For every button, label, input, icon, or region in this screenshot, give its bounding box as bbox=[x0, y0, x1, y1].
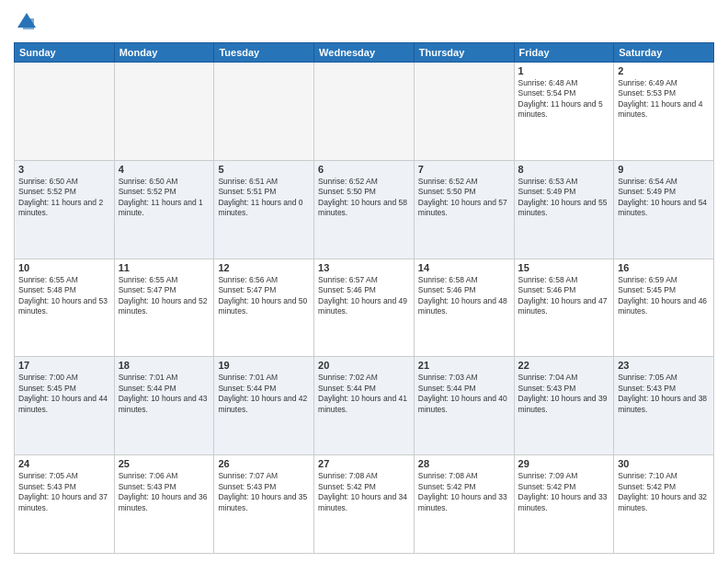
calendar-cell: 28Sunrise: 7:08 AMSunset: 5:42 PMDayligh… bbox=[414, 455, 514, 554]
day-number: 20 bbox=[318, 360, 410, 371]
weekday-header-thursday: Thursday bbox=[414, 43, 514, 63]
weekday-header-monday: Monday bbox=[114, 43, 214, 63]
day-number: 15 bbox=[518, 262, 610, 273]
day-number: 29 bbox=[518, 458, 610, 469]
calendar-cell: 25Sunrise: 7:06 AMSunset: 5:43 PMDayligh… bbox=[114, 455, 214, 554]
day-info: Sunrise: 7:05 AMSunset: 5:43 PMDaylight:… bbox=[618, 373, 710, 415]
day-number: 21 bbox=[418, 360, 510, 371]
day-number: 30 bbox=[618, 458, 710, 469]
weekday-header-wednesday: Wednesday bbox=[314, 43, 415, 63]
weekday-header-sunday: Sunday bbox=[15, 43, 115, 63]
calendar-cell: 19Sunrise: 7:01 AMSunset: 5:44 PMDayligh… bbox=[214, 357, 314, 455]
weekday-header-saturday: Saturday bbox=[614, 43, 714, 63]
calendar-cell bbox=[314, 63, 415, 161]
day-number: 26 bbox=[218, 458, 310, 469]
day-number: 6 bbox=[318, 164, 410, 175]
day-number: 4 bbox=[119, 164, 210, 175]
calendar-cell: 4Sunrise: 6:50 AMSunset: 5:52 PMDaylight… bbox=[114, 160, 214, 259]
header bbox=[14, 9, 714, 35]
day-info: Sunrise: 6:51 AMSunset: 5:51 PMDaylight:… bbox=[218, 177, 310, 219]
calendar-cell: 20Sunrise: 7:02 AMSunset: 5:44 PMDayligh… bbox=[314, 357, 415, 455]
calendar-cell: 21Sunrise: 7:03 AMSunset: 5:44 PMDayligh… bbox=[414, 357, 514, 455]
day-info: Sunrise: 6:54 AMSunset: 5:49 PMDaylight:… bbox=[618, 177, 710, 219]
calendar-cell bbox=[214, 63, 314, 161]
calendar-cell: 15Sunrise: 6:58 AMSunset: 5:46 PMDayligh… bbox=[514, 259, 614, 357]
day-info: Sunrise: 7:09 AMSunset: 5:42 PMDaylight:… bbox=[518, 471, 610, 513]
day-number: 11 bbox=[119, 262, 210, 273]
calendar-cell: 9Sunrise: 6:54 AMSunset: 5:49 PMDaylight… bbox=[614, 160, 714, 259]
day-number: 8 bbox=[518, 164, 610, 175]
day-number: 19 bbox=[218, 360, 310, 371]
day-info: Sunrise: 6:48 AMSunset: 5:54 PMDaylight:… bbox=[518, 78, 610, 121]
logo bbox=[14, 9, 43, 35]
day-info: Sunrise: 7:10 AMSunset: 5:42 PMDaylight:… bbox=[618, 471, 710, 513]
day-number: 12 bbox=[218, 262, 310, 273]
day-info: Sunrise: 6:58 AMSunset: 5:46 PMDaylight:… bbox=[418, 275, 510, 317]
day-number: 24 bbox=[18, 458, 110, 469]
calendar-cell: 3Sunrise: 6:50 AMSunset: 5:52 PMDaylight… bbox=[15, 160, 115, 259]
day-info: Sunrise: 7:00 AMSunset: 5:45 PMDaylight:… bbox=[18, 373, 110, 415]
day-info: Sunrise: 7:05 AMSunset: 5:43 PMDaylight:… bbox=[18, 471, 110, 513]
day-info: Sunrise: 6:53 AMSunset: 5:49 PMDaylight:… bbox=[518, 177, 610, 219]
calendar-cell: 14Sunrise: 6:58 AMSunset: 5:46 PMDayligh… bbox=[414, 259, 514, 357]
day-number: 2 bbox=[618, 65, 710, 76]
calendar-cell: 18Sunrise: 7:01 AMSunset: 5:44 PMDayligh… bbox=[114, 357, 214, 455]
day-number: 1 bbox=[518, 65, 610, 76]
week-row-5: 24Sunrise: 7:05 AMSunset: 5:43 PMDayligh… bbox=[15, 455, 714, 554]
day-info: Sunrise: 6:55 AMSunset: 5:48 PMDaylight:… bbox=[18, 275, 110, 317]
day-number: 23 bbox=[618, 360, 710, 371]
calendar-cell: 17Sunrise: 7:00 AMSunset: 5:45 PMDayligh… bbox=[15, 357, 115, 455]
calendar-cell: 5Sunrise: 6:51 AMSunset: 5:51 PMDaylight… bbox=[214, 160, 314, 259]
logo-icon bbox=[14, 9, 40, 35]
calendar-cell: 2Sunrise: 6:49 AMSunset: 5:53 PMDaylight… bbox=[614, 63, 714, 161]
calendar-cell: 7Sunrise: 6:52 AMSunset: 5:50 PMDaylight… bbox=[414, 160, 514, 259]
day-info: Sunrise: 7:07 AMSunset: 5:43 PMDaylight:… bbox=[218, 471, 310, 513]
day-number: 28 bbox=[418, 458, 510, 469]
day-info: Sunrise: 6:58 AMSunset: 5:46 PMDaylight:… bbox=[518, 275, 610, 317]
day-number: 27 bbox=[318, 458, 410, 469]
calendar-cell: 23Sunrise: 7:05 AMSunset: 5:43 PMDayligh… bbox=[614, 357, 714, 455]
day-info: Sunrise: 6:57 AMSunset: 5:46 PMDaylight:… bbox=[318, 275, 410, 317]
week-row-1: 1Sunrise: 6:48 AMSunset: 5:54 PMDaylight… bbox=[15, 63, 714, 161]
day-info: Sunrise: 6:50 AMSunset: 5:52 PMDaylight:… bbox=[18, 177, 110, 219]
calendar-cell bbox=[15, 63, 115, 161]
day-info: Sunrise: 6:56 AMSunset: 5:47 PMDaylight:… bbox=[218, 275, 310, 317]
day-info: Sunrise: 7:01 AMSunset: 5:44 PMDaylight:… bbox=[119, 373, 210, 415]
calendar-cell: 1Sunrise: 6:48 AMSunset: 5:54 PMDaylight… bbox=[514, 63, 614, 161]
day-info: Sunrise: 7:08 AMSunset: 5:42 PMDaylight:… bbox=[418, 471, 510, 513]
calendar-table: SundayMondayTuesdayWednesdayThursdayFrid… bbox=[14, 42, 714, 554]
day-info: Sunrise: 6:49 AMSunset: 5:53 PMDaylight:… bbox=[618, 78, 710, 121]
calendar-cell: 16Sunrise: 6:59 AMSunset: 5:45 PMDayligh… bbox=[614, 259, 714, 357]
day-info: Sunrise: 6:52 AMSunset: 5:50 PMDaylight:… bbox=[418, 177, 510, 219]
calendar-cell: 6Sunrise: 6:52 AMSunset: 5:50 PMDaylight… bbox=[314, 160, 415, 259]
page: SundayMondayTuesdayWednesdayThursdayFrid… bbox=[0, 0, 728, 563]
day-info: Sunrise: 6:55 AMSunset: 5:47 PMDaylight:… bbox=[119, 275, 210, 317]
calendar-cell bbox=[114, 63, 214, 161]
day-info: Sunrise: 7:08 AMSunset: 5:42 PMDaylight:… bbox=[318, 471, 410, 513]
calendar-cell: 24Sunrise: 7:05 AMSunset: 5:43 PMDayligh… bbox=[15, 455, 115, 554]
day-info: Sunrise: 6:59 AMSunset: 5:45 PMDaylight:… bbox=[618, 275, 710, 317]
weekday-header-row: SundayMondayTuesdayWednesdayThursdayFrid… bbox=[15, 43, 714, 63]
day-number: 25 bbox=[119, 458, 210, 469]
day-number: 5 bbox=[218, 164, 310, 175]
calendar-cell: 30Sunrise: 7:10 AMSunset: 5:42 PMDayligh… bbox=[614, 455, 714, 554]
day-info: Sunrise: 7:03 AMSunset: 5:44 PMDaylight:… bbox=[418, 373, 510, 415]
calendar-cell: 29Sunrise: 7:09 AMSunset: 5:42 PMDayligh… bbox=[514, 455, 614, 554]
calendar-cell: 10Sunrise: 6:55 AMSunset: 5:48 PMDayligh… bbox=[15, 259, 115, 357]
day-number: 16 bbox=[618, 262, 710, 273]
calendar-cell: 8Sunrise: 6:53 AMSunset: 5:49 PMDaylight… bbox=[514, 160, 614, 259]
calendar-cell: 27Sunrise: 7:08 AMSunset: 5:42 PMDayligh… bbox=[314, 455, 415, 554]
calendar-cell: 13Sunrise: 6:57 AMSunset: 5:46 PMDayligh… bbox=[314, 259, 415, 357]
day-number: 17 bbox=[18, 360, 110, 371]
day-number: 9 bbox=[618, 164, 710, 175]
calendar-cell: 12Sunrise: 6:56 AMSunset: 5:47 PMDayligh… bbox=[214, 259, 314, 357]
week-row-3: 10Sunrise: 6:55 AMSunset: 5:48 PMDayligh… bbox=[15, 259, 714, 357]
week-row-4: 17Sunrise: 7:00 AMSunset: 5:45 PMDayligh… bbox=[15, 357, 714, 455]
day-info: Sunrise: 7:06 AMSunset: 5:43 PMDaylight:… bbox=[119, 471, 210, 513]
day-number: 10 bbox=[18, 262, 110, 273]
week-row-2: 3Sunrise: 6:50 AMSunset: 5:52 PMDaylight… bbox=[15, 160, 714, 259]
day-number: 18 bbox=[119, 360, 210, 371]
calendar-cell: 22Sunrise: 7:04 AMSunset: 5:43 PMDayligh… bbox=[514, 357, 614, 455]
day-info: Sunrise: 6:50 AMSunset: 5:52 PMDaylight:… bbox=[119, 177, 210, 219]
day-number: 14 bbox=[418, 262, 510, 273]
